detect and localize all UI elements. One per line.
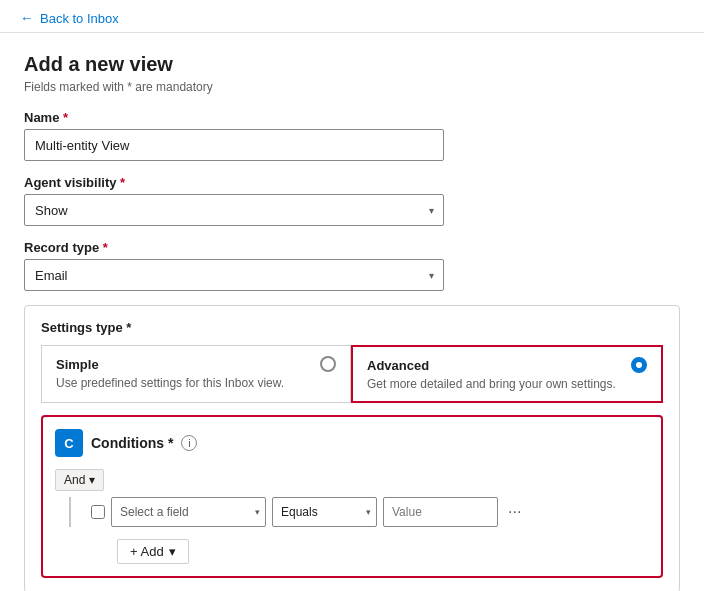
- name-label: Name *: [24, 110, 680, 125]
- top-nav: ← Back to Inbox: [0, 0, 704, 33]
- settings-option-advanced[interactable]: Advanced Get more detailed and bring you…: [351, 345, 663, 403]
- value-input[interactable]: [383, 497, 498, 527]
- advanced-option-header: Advanced: [367, 357, 647, 373]
- field-select-wrapper: Select a field ▾: [111, 497, 266, 527]
- condition-row-1: Select a field ▾ Equals ▾ ···: [81, 497, 649, 527]
- settings-option-simple[interactable]: Simple Use predefined settings for this …: [41, 345, 351, 403]
- add-button-area: + Add ▾: [55, 539, 649, 564]
- and-button[interactable]: And ▾: [55, 469, 104, 491]
- name-group: Name *: [24, 110, 680, 161]
- main-content: Add a new view Fields marked with * are …: [0, 33, 704, 591]
- add-condition-button[interactable]: + Add ▾: [117, 539, 189, 564]
- equals-wrapper: Equals ▾: [272, 497, 377, 527]
- agent-visibility-group: Agent visibility * Show ▾: [24, 175, 680, 226]
- more-options-button[interactable]: ···: [504, 503, 525, 521]
- settings-box: Settings type * Simple Use predefined se…: [24, 305, 680, 591]
- record-type-select-wrapper: Email ▾: [24, 259, 444, 291]
- settings-options: Simple Use predefined settings for this …: [41, 345, 663, 403]
- record-type-required: *: [103, 240, 108, 255]
- condition-rows-area: Select a field ▾ Equals ▾ ···: [69, 497, 649, 527]
- simple-option-header: Simple: [56, 356, 336, 372]
- conditions-required: *: [168, 435, 173, 451]
- simple-option-desc: Use predefined settings for this Inbox v…: [56, 376, 336, 390]
- back-link-label: Back to Inbox: [40, 11, 119, 26]
- and-chevron-icon: ▾: [89, 473, 95, 487]
- record-type-label: Record type *: [24, 240, 680, 255]
- agent-visibility-select[interactable]: Show: [24, 194, 444, 226]
- record-type-group: Record type * Email ▾: [24, 240, 680, 291]
- agent-visibility-label: Agent visibility *: [24, 175, 680, 190]
- equals-select[interactable]: Equals: [272, 497, 377, 527]
- conditions-icon: C: [55, 429, 83, 457]
- field-select[interactable]: Select a field: [111, 497, 266, 527]
- mandatory-note: Fields marked with * are mandatory: [24, 80, 680, 94]
- advanced-option-title: Advanced: [367, 358, 429, 373]
- name-required: *: [63, 110, 68, 125]
- page-title: Add a new view: [24, 53, 680, 76]
- add-chevron-icon: ▾: [169, 544, 176, 559]
- back-to-inbox-link[interactable]: ← Back to Inbox: [20, 10, 684, 26]
- simple-radio-button[interactable]: [320, 356, 336, 372]
- settings-type-label: Settings type *: [41, 320, 663, 335]
- condition-checkbox[interactable]: [91, 505, 105, 519]
- and-row: And ▾: [55, 469, 649, 491]
- settings-required: *: [126, 320, 131, 335]
- conditions-header: C Conditions * i: [55, 429, 649, 457]
- agent-visibility-select-wrapper: Show ▾: [24, 194, 444, 226]
- agent-visibility-required: *: [120, 175, 125, 190]
- conditions-box: C Conditions * i And ▾: [41, 415, 663, 578]
- back-arrow-icon: ←: [20, 10, 34, 26]
- advanced-option-desc: Get more detailed and bring your own set…: [367, 377, 647, 391]
- conditions-title: Conditions *: [91, 435, 173, 451]
- advanced-radio-button[interactable]: [631, 357, 647, 373]
- record-type-select[interactable]: Email: [24, 259, 444, 291]
- name-input[interactable]: [24, 129, 444, 161]
- page: ← Back to Inbox Add a new view Fields ma…: [0, 0, 704, 591]
- conditions-info-icon[interactable]: i: [181, 435, 197, 451]
- simple-option-title: Simple: [56, 357, 99, 372]
